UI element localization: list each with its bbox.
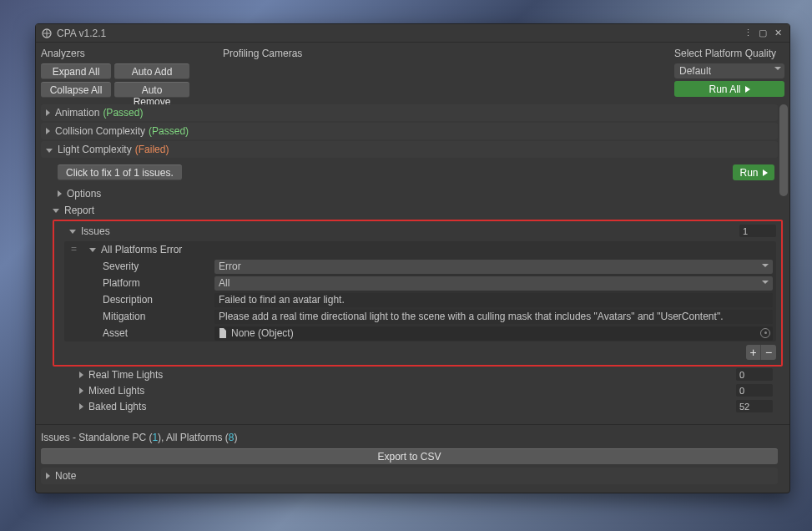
mixed-label: Mixed Lights <box>88 385 144 397</box>
platform-label: Platform <box>103 277 214 289</box>
description-label: Description <box>103 294 214 306</box>
chevron-down-icon <box>762 281 769 284</box>
platform-value: All <box>219 277 229 289</box>
foldout-arrow-icon <box>46 149 53 153</box>
baked-count-field[interactable]: 52 <box>736 400 773 412</box>
analyzers-heading: Analyzers <box>41 46 189 61</box>
vertical-scrollbar[interactable] <box>779 104 788 422</box>
foldout-arrow-icon <box>46 109 50 116</box>
options-foldout[interactable]: Options <box>58 185 774 202</box>
remove-button[interactable]: − <box>761 345 776 360</box>
foldout-arrow-icon <box>79 403 83 410</box>
titlebar: CPA v1.2.1 ⋮ ▢ ✕ <box>36 24 789 43</box>
section-label: Light Complexity <box>58 144 132 155</box>
export-csv-button[interactable]: Export to CSV <box>41 448 778 464</box>
status-badge: (Passed) <box>149 125 189 137</box>
section-label: Collision Complexity <box>55 125 145 137</box>
report-label: Report <box>64 205 94 216</box>
run-all-label: Run All <box>709 83 740 95</box>
issues-highlight-box: Issues 1 = All Platforms Error Severity … <box>53 220 783 367</box>
note-foldout[interactable]: Note <box>41 468 778 484</box>
quality-column: Select Platform Quality Default Run All <box>674 46 784 98</box>
foldout-arrow-icon <box>46 128 50 134</box>
issues-count-field[interactable]: 1 <box>739 225 776 237</box>
foldout-arrow-icon <box>79 372 83 378</box>
run-section-button[interactable]: Run <box>733 164 774 180</box>
issues-summary-text: Issues - Standalone PC ( <box>41 432 152 443</box>
kebab-icon[interactable]: ⋮ <box>741 27 754 40</box>
platform-dropdown[interactable]: All <box>214 276 773 291</box>
issue-title: All Platforms Error <box>101 244 182 255</box>
issues-summary-text: ) <box>234 432 237 443</box>
realtime-label: Real Time Lights <box>88 369 163 381</box>
foldout-arrow-icon <box>58 190 62 197</box>
foldout-arrow-icon <box>89 248 96 252</box>
severity-dropdown[interactable]: Error <box>214 260 773 274</box>
baked-label: Baked Lights <box>88 401 146 412</box>
file-icon <box>219 328 227 338</box>
realtime-count-field[interactable]: 0 <box>736 368 773 381</box>
quality-dropdown-value: Default <box>679 65 711 77</box>
foldout-arrow-icon <box>53 209 59 213</box>
main-scroll-area: Animation (Passed) Collision Complexity … <box>36 103 789 424</box>
app-icon <box>41 28 53 39</box>
issues-summary: Issues - Standalone PC (1), All Platform… <box>41 430 778 445</box>
mitigation-field[interactable]: Please add a real time directional light… <box>214 310 773 324</box>
play-icon <box>763 169 768 176</box>
auto-add-button[interactable]: Auto Add <box>114 63 189 79</box>
drag-handle-icon[interactable]: = <box>71 246 78 253</box>
mitigation-label: Mitigation <box>103 311 214 322</box>
mitigation-value: Please add a real time directional light… <box>219 311 723 322</box>
issues-label: Issues <box>81 225 110 237</box>
collapse-all-button[interactable]: Collapse All <box>41 82 111 98</box>
foldout-arrow-icon <box>46 473 50 479</box>
play-icon <box>745 86 750 93</box>
chevron-down-icon <box>774 67 781 70</box>
issue-header[interactable]: = All Platforms Error <box>64 241 776 258</box>
section-collision[interactable]: Collision Complexity (Passed) <box>41 123 778 139</box>
profiling-heading: Profiling Cameras <box>223 46 302 61</box>
issue-item: = All Platforms Error Severity Error Pla… <box>64 241 776 341</box>
asset-label: Asset <box>103 327 214 339</box>
options-label: Options <box>67 188 101 200</box>
list-add-remove: + − <box>56 341 779 363</box>
tool-window: CPA v1.2.1 ⋮ ▢ ✕ Analyzers Expand All Au… <box>35 23 790 493</box>
description-field[interactable]: Failed to find an avatar light. <box>214 293 773 307</box>
scrollbar-thumb[interactable] <box>779 104 788 196</box>
report-foldout[interactable]: Report <box>53 202 774 219</box>
mixed-count-field[interactable]: 0 <box>736 384 773 397</box>
foldout-arrow-icon <box>69 230 76 234</box>
baked-lights-foldout[interactable]: Baked Lights 52 <box>58 398 774 414</box>
add-button[interactable]: + <box>746 345 761 360</box>
asset-value: None (Object) <box>231 327 294 339</box>
window-title: CPA v1.2.1 <box>57 28 106 39</box>
status-badge: (Passed) <box>103 107 143 119</box>
chevron-down-icon <box>762 264 769 267</box>
note-label: Note <box>55 470 76 482</box>
realtime-lights-foldout[interactable]: Real Time Lights 0 <box>58 367 774 382</box>
severity-label: Severity <box>103 260 214 272</box>
object-picker-icon[interactable] <box>760 328 770 338</box>
section-light-body: Click to fix 1 of 1 issues. Run Options … <box>41 159 778 419</box>
mixed-lights-foldout[interactable]: Mixed Lights 0 <box>58 382 774 398</box>
footer: Issues - Standalone PC (1), All Platform… <box>36 424 789 493</box>
status-badge: (Failed) <box>135 144 169 155</box>
section-light[interactable]: Light Complexity (Failed) <box>41 141 778 158</box>
asset-object-field[interactable]: None (Object) <box>214 326 773 341</box>
section-animation[interactable]: Animation (Passed) <box>41 104 778 121</box>
quality-dropdown[interactable]: Default <box>674 63 784 78</box>
section-label: Animation <box>55 107 99 119</box>
toolbar: Analyzers Expand All Auto Add Collapse A… <box>36 43 789 103</box>
severity-value: Error <box>219 260 241 272</box>
description-value: Failed to find an avatar light. <box>219 294 345 306</box>
issues-summary-text: ), All Platforms ( <box>158 432 229 443</box>
fix-issues-button[interactable]: Click to fix 1 of 1 issues. <box>58 164 182 180</box>
run-all-button[interactable]: Run All <box>674 81 784 97</box>
close-icon[interactable]: ✕ <box>771 27 784 40</box>
issues-foldout[interactable]: Issues 1 <box>56 223 779 240</box>
run-label: Run <box>739 167 758 179</box>
expand-all-button[interactable]: Expand All <box>41 63 111 79</box>
maximize-icon[interactable]: ▢ <box>756 27 769 40</box>
quality-heading: Select Platform Quality <box>674 46 784 61</box>
auto-remove-button[interactable]: Auto Remove <box>114 82 189 98</box>
